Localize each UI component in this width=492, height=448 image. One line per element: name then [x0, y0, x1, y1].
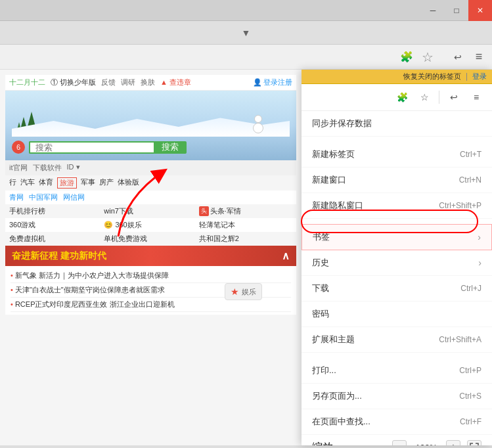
item-laptop[interactable]: 轻薄笔记本: [199, 220, 292, 230]
date-label: 十二月十二: [9, 78, 45, 87]
tab-bar: ▼: [0, 21, 492, 45]
browser-window: ─ □ ✕ ▼ 🧩 ☆ ↩ ≡ 十二月十二 ① 切换少年版 反馈 调研 换肤: [0, 0, 492, 448]
minimize-button[interactable]: ─: [421, 0, 445, 21]
menu-new-tab[interactable]: 新建标签页 Ctrl+T: [302, 142, 492, 168]
skin-link[interactable]: 换肤: [141, 78, 155, 87]
toolbar-divider: [439, 91, 439, 104]
nav-id[interactable]: ID ▾: [67, 163, 80, 173]
items-row-2: 360游戏 😊 360娱乐 轻薄笔记本: [5, 218, 296, 232]
zoom-controls: − 100% +: [392, 440, 481, 445]
entertainment-widget[interactable]: ★ 娱乐: [225, 283, 262, 300]
menu-new-private[interactable]: 新建隐私窗口 Ctrl+Shift+P: [302, 193, 492, 219]
cat-travel[interactable]: 旅游: [57, 177, 77, 189]
nav-download[interactable]: 下载软件: [33, 163, 62, 173]
warning-label[interactable]: ▲ 查违章: [160, 78, 191, 87]
save-page-shortcut: Ctrl+S: [459, 392, 481, 401]
badge-number: 6: [12, 141, 25, 154]
downloads-label: 下载: [312, 282, 329, 294]
cat-car[interactable]: 汽车: [20, 177, 35, 189]
item-games[interactable]: 单机免费游戏: [104, 234, 197, 244]
search-row: 6 搜索: [12, 141, 290, 154]
site-military[interactable]: 中国军网: [29, 192, 58, 202]
menu-toolbar: 🧩 ☆ ↩ ≡: [302, 84, 492, 111]
dropdown-arrow-icon[interactable]: ▼: [242, 28, 251, 38]
ranking-row: 手机排行榜 win7下载 头 头条·军情: [5, 204, 296, 218]
menu-zoom: 缩放 − 100% +: [302, 435, 492, 445]
back-icon[interactable]: ↩: [450, 49, 466, 65]
item-360game[interactable]: 360游戏: [9, 220, 102, 230]
rank-win7[interactable]: win7下载: [104, 206, 197, 216]
tooltip-login[interactable]: 登录: [472, 72, 487, 81]
menu-history[interactable]: 历史 ›: [302, 250, 492, 276]
menu-star-icon[interactable]: ☆: [416, 89, 432, 105]
item-360ent[interactable]: 😊 360娱乐: [104, 220, 197, 230]
menu-print[interactable]: 打印... Ctrl+P: [302, 358, 492, 384]
new-private-shortcut: Ctrl+Shift+P: [439, 201, 481, 210]
nav-links: it官网 下载软件 ID ▾: [5, 160, 296, 175]
rank-military-news[interactable]: 头 头条·军情: [199, 206, 292, 216]
maximize-button[interactable]: □: [445, 0, 468, 21]
page-content: 十二月十二 ① 切换少年版 反馈 调研 换肤 ▲ 查违章 👤登录注册: [0, 70, 302, 445]
browser-toolbar: 🧩 ☆ ↩ ≡: [0, 45, 492, 70]
downloads-shortcut: Ctrl+J: [460, 284, 481, 293]
zoom-plus-btn[interactable]: +: [446, 440, 460, 445]
bookmarks-label: 书签: [313, 231, 330, 243]
menu-hamburger-icon[interactable]: ≡: [468, 89, 484, 105]
search-box: 搜索: [29, 141, 187, 154]
menu-passwords[interactable]: 密码: [302, 302, 492, 327]
zoom-minus-btn[interactable]: −: [392, 440, 407, 445]
bookmark-icon[interactable]: ☆: [420, 49, 436, 65]
site-wangxin[interactable]: 网信网: [63, 192, 85, 202]
menu-new-window[interactable]: 新建窗口 Ctrl+N: [302, 168, 492, 193]
nav-official[interactable]: it官网: [9, 163, 28, 173]
menu-sync-left: 同步并保存数据: [312, 118, 372, 129]
menu-extensions-icon[interactable]: 🧩: [394, 89, 410, 105]
category-nav: 行 汽车 体育 旅游 军事 房产 体验版: [5, 175, 296, 190]
cat-experience[interactable]: 体验版: [118, 177, 139, 189]
banner: 奋进新征程 建功新时代 ∧: [5, 246, 296, 266]
title-bar: ─ □ ✕: [0, 0, 492, 21]
zoom-label: 缩放: [312, 441, 333, 446]
new-tab-label: 新建标签页: [312, 148, 355, 160]
cat-sports[interactable]: 体育: [39, 177, 53, 189]
title-bar-controls: ─ □ ✕: [421, 0, 492, 21]
menu-extensions[interactable]: 扩展和主题 Ctrl+Shift+A: [302, 327, 492, 353]
star-widget-icon: ★: [231, 286, 239, 297]
collapse-btn[interactable]: ∧: [282, 250, 290, 262]
mountains: [12, 117, 290, 137]
cat-hang[interactable]: 行: [9, 177, 16, 189]
history-arrow-icon: ›: [478, 258, 481, 268]
login-link[interactable]: 👤登录注册: [253, 78, 292, 87]
page-header: 十二月十二 ① 切换少年版 反馈 调研 换肤 ▲ 查违章 👤登录注册: [5, 75, 296, 91]
rank-phone[interactable]: 手机排行榜: [9, 206, 102, 216]
cat-realestate[interactable]: 房产: [99, 177, 114, 189]
menu-find[interactable]: 在页面中查找... Ctrl+F: [302, 409, 492, 435]
survey-link[interactable]: 调研: [121, 78, 135, 87]
news-item-1[interactable]: 新气象 新活力｜为中小农户进入大市场提供保障: [11, 269, 291, 283]
extensions-label: 扩展和主题: [312, 334, 355, 346]
menu-panel: 恢复关闭的标签页 登录 🧩 ☆ ↩ ≡ 同步并保存数据 新建标: [302, 70, 492, 445]
zoom-value: 100%: [413, 443, 439, 446]
menu-back-icon[interactable]: ↩: [446, 89, 462, 105]
main-area: 十二月十二 ① 切换少年版 反馈 调研 换肤 ▲ 查违章 👤登录注册: [0, 70, 492, 445]
menu-sync[interactable]: 同步并保存数据: [302, 111, 492, 137]
sync-label: 同步并保存数据: [312, 118, 372, 129]
search-button[interactable]: 搜索: [154, 141, 187, 154]
entertainment-label: 娱乐: [242, 287, 256, 297]
menu-icon[interactable]: ≡: [471, 49, 487, 65]
menu-bookmarks[interactable]: 书签 ›: [302, 224, 492, 250]
new-window-shortcut: Ctrl+N: [459, 175, 481, 185]
fullscreen-btn[interactable]: [467, 440, 481, 445]
menu-downloads[interactable]: 下载 Ctrl+J: [302, 276, 492, 302]
extensions-icon[interactable]: 🧩: [399, 49, 414, 65]
switch-label[interactable]: ① 切换少年版: [51, 78, 96, 87]
item-game2[interactable]: 共和国之辉2: [199, 234, 292, 244]
cat-military[interactable]: 军事: [81, 177, 95, 189]
item-vm[interactable]: 免费虚拟机: [9, 234, 102, 244]
feedback-link[interactable]: 反馈: [101, 78, 116, 87]
search-input[interactable]: [29, 141, 154, 154]
menu-save-page[interactable]: 另存页面为... Ctrl+S: [302, 384, 492, 409]
close-button[interactable]: ✕: [468, 0, 492, 21]
site-qingwang[interactable]: 青网: [9, 192, 24, 202]
snowman: [253, 115, 263, 133]
